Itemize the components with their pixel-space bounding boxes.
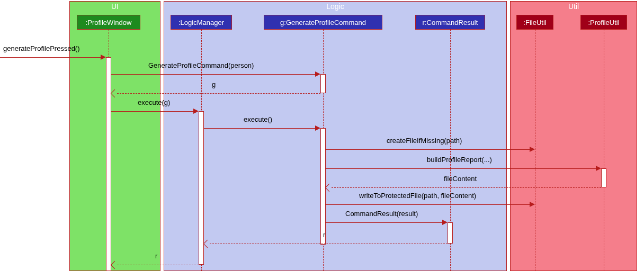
participant-logic-manager: :LogicManager (171, 15, 232, 30)
participant-label: :ProfileWindow (86, 19, 132, 26)
participant-profile-window: :ProfileWindow (77, 15, 140, 30)
participant-gen-cmd: g:GenerateProfileCommand (264, 15, 382, 30)
activation-profile-window (106, 57, 111, 271)
region-logic-label: Logic (326, 2, 344, 11)
participant-label: :ProfileUtil (588, 19, 619, 26)
participant-cmd-result: r:CommandResult (415, 15, 485, 30)
participant-label: r:CommandResult (423, 19, 478, 26)
msg-new-generate-profile-command (111, 70, 320, 78)
return-label: g (212, 80, 216, 88)
participant-label: :FileUtil (523, 19, 546, 26)
activation-cmd-result (448, 222, 453, 244)
activation-gen-cmd-2 (320, 128, 326, 245)
region-util-label: Util (568, 2, 579, 11)
region-ui-label: UI (111, 2, 119, 11)
return-label: r (155, 252, 157, 260)
msg-create-file-if-missing (326, 145, 535, 154)
msg-build-profile-report (326, 164, 601, 173)
region-logic: Logic (164, 1, 507, 271)
msg-execute-g (111, 107, 199, 115)
msg-label: CommandResult(result) (345, 210, 418, 218)
msg-label: buildProfileReport(...) (427, 156, 492, 164)
msg-label: execute() (244, 115, 272, 123)
activation-logic-manager (199, 111, 204, 265)
return-r-to-logic (204, 239, 448, 248)
return-r-to-ui (112, 260, 199, 269)
region-util: Util (510, 1, 637, 271)
activation-gen-cmd-1 (320, 74, 326, 93)
lifeline-file-util (535, 30, 535, 271)
participant-label: g:GenerateProfileCommand (280, 19, 366, 26)
participant-file-util: :FileUtil (516, 15, 553, 30)
msg-label: execute(g) (138, 98, 170, 106)
msg-execute (204, 124, 320, 132)
return-file-content (326, 183, 601, 192)
activation-profile-util (601, 168, 606, 187)
return-label: r (323, 231, 325, 239)
participant-profile-util: :ProfileUtil (580, 15, 627, 30)
return-label: fileContent (444, 175, 477, 183)
msg-label: GenerateProfileCommand(person) (148, 61, 254, 69)
sequence-diagram: UI Logic Util :ProfileWindow :LogicManag… (0, 0, 644, 279)
msg-new-command-result (326, 218, 448, 227)
msg-label: writeToProtectedFile(path, fileContent) (359, 192, 476, 200)
msg-write-to-protected-file (326, 200, 535, 209)
region-ui: UI (69, 1, 160, 271)
lifeline-profile-util (604, 30, 604, 271)
participant-label: :LogicManager (178, 19, 224, 26)
msg-label: generateProfilePressed() (3, 44, 80, 52)
msg-label: createFileIfMissing(path) (387, 137, 462, 145)
msg-generate-profile-pressed (0, 53, 106, 61)
return-g (112, 89, 320, 97)
